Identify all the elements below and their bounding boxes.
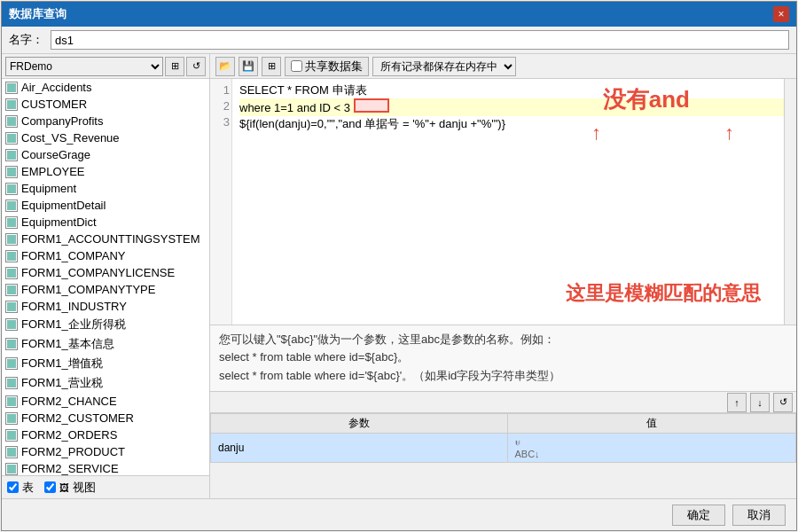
- table-item-name: FORM1_COMPANYTYPE: [21, 283, 155, 296]
- name-input[interactable]: [51, 30, 789, 50]
- table-item-icon: [5, 216, 18, 229]
- name-label: 名字：: [9, 32, 43, 48]
- confirm-button[interactable]: 确定: [672, 505, 725, 526]
- sql-scrollbar[interactable]: [784, 79, 796, 325]
- table-item-name: FORM2_ORDERS: [21, 428, 117, 442]
- left-panel: FRDemo ⊞ ↺ Air_AccidentsCUSTOMERCompanyP…: [2, 54, 210, 498]
- cancel-button[interactable]: 取消: [732, 505, 786, 526]
- refresh-button[interactable]: ⊞: [165, 57, 184, 76]
- right-panel: 📂 💾 ⊞ 共享数据集 所有记录都保存在内存中 1 2 3: [210, 54, 796, 498]
- table-list-item[interactable]: FORM1_ACCOUNTTINGSYSTEM: [2, 231, 209, 247]
- table-item-name: FORM2_CHANCE: [21, 395, 117, 408]
- move-down-button[interactable]: ↓: [750, 393, 770, 412]
- bottom-bar: 确定 取消: [2, 498, 796, 530]
- table-item-icon: [5, 395, 18, 408]
- table-list-item[interactable]: FORM2_CUSTOMER: [2, 410, 209, 426]
- table-item-icon: [5, 233, 18, 246]
- table-item-icon: [5, 429, 18, 442]
- table-item-icon: [5, 200, 18, 212]
- table-item-name: FORM2_PRODUCT: [21, 445, 125, 458]
- table-list-item[interactable]: FORM2_PRODUCT: [2, 443, 209, 460]
- table-item-icon: [5, 284, 18, 296]
- table-item-icon: [5, 267, 18, 279]
- table-item-icon: [5, 463, 18, 475]
- shared-dataset-button[interactable]: 共享数据集: [285, 57, 369, 76]
- view-icon: 🖼: [59, 482, 69, 493]
- table-list-item[interactable]: FORM2_ORDERS: [2, 426, 209, 443]
- table-checkbox-item[interactable]: 表: [7, 480, 34, 496]
- table-list-item[interactable]: Air_Accidents: [2, 79, 209, 96]
- table-list-item[interactable]: CourseGrage: [2, 146, 209, 163]
- database-select[interactable]: FRDemo: [5, 57, 163, 76]
- table-list-item[interactable]: FORM1_INDUSTRY: [2, 298, 209, 315]
- sql-line-2: where 1=1 and ID < 3: [239, 98, 789, 116]
- table-list-item[interactable]: FORM1_增值税: [2, 354, 209, 373]
- value-col-header: 值: [507, 414, 796, 434]
- sql-code[interactable]: SELECT * FROM 申请表 where 1=1 and ID < 3 $…: [232, 79, 796, 325]
- table-item-icon: [5, 183, 18, 195]
- open-file-button[interactable]: 📂: [215, 57, 235, 76]
- left-toolbar: FRDemo ⊞ ↺: [2, 54, 209, 79]
- title-bar: 数据库查询 ×: [2, 2, 796, 27]
- table-item-icon: [5, 98, 18, 111]
- close-button[interactable]: ×: [773, 6, 789, 22]
- table-list-item[interactable]: FORM1_营业税: [2, 373, 209, 393]
- table-list-item[interactable]: Equipment: [2, 180, 209, 197]
- name-bar: 名字：: [2, 27, 796, 53]
- move-up-button[interactable]: ↑: [727, 393, 747, 412]
- table-item-name: FORM1_COMPANYLICENSE: [21, 266, 175, 279]
- table-list-item[interactable]: FORM1_企业所得税: [2, 315, 209, 334]
- table-checkbox[interactable]: [7, 481, 19, 493]
- table-item-name: FORM1_企业所得税: [21, 317, 126, 332]
- table-item-icon: [5, 338, 18, 350]
- table-list: Air_AccidentsCUSTOMERCompanyProfitsCost_…: [2, 79, 209, 475]
- table-list-item[interactable]: FORM1_COMPANYLICENSE: [2, 264, 209, 281]
- table-item-name: Air_Accidents: [21, 81, 91, 94]
- grid-button[interactable]: ⊞: [262, 57, 281, 76]
- table-item-name: EMPLOYEE: [21, 165, 85, 178]
- sql-area[interactable]: 1 2 3 SELECT * FROM 申请表 where 1=1 and ID…: [210, 79, 796, 325]
- table-item-name: EquipmentDetail: [21, 199, 106, 212]
- refresh-params-button[interactable]: ↺: [773, 393, 793, 412]
- table-item-icon: [5, 250, 18, 262]
- hint-line2: select * from table where id=${abc}。: [219, 348, 787, 367]
- table-item-name: CUSTOMER: [21, 98, 87, 111]
- param-value-cell[interactable]: ᵾABC↓: [507, 434, 796, 463]
- table-item-name: FORM1_INDUSTRY: [21, 300, 127, 313]
- table-list-item[interactable]: Cost_VS_Revenue: [2, 129, 209, 146]
- param-row[interactable]: danju ᵾABC↓: [211, 434, 796, 463]
- params-toolbar: ↑ ↓ ↺: [210, 392, 796, 413]
- table-item-icon: [5, 115, 18, 128]
- shared-checkbox[interactable]: [291, 60, 302, 72]
- table-list-item[interactable]: FORM1_基本信息: [2, 334, 209, 354]
- table-item-icon: [5, 132, 18, 145]
- sql-editor: 1 2 3 SELECT * FROM 申请表 where 1=1 and ID…: [210, 79, 796, 325]
- table-item-icon: [5, 149, 18, 161]
- reload-button[interactable]: ↺: [186, 57, 206, 76]
- shared-label: 共享数据集: [305, 59, 363, 74]
- table-item-name: FORM1_增值税: [21, 356, 103, 372]
- table-item-name: Cost_VS_Revenue: [21, 131, 120, 145]
- table-list-item[interactable]: EquipmentDetail: [2, 197, 209, 214]
- empty-box: [354, 98, 389, 113]
- table-list-item[interactable]: FORM2_SERVICE: [2, 460, 209, 475]
- view-checkbox[interactable]: [44, 481, 56, 493]
- right-toolbar: 📂 💾 ⊞ 共享数据集 所有记录都保存在内存中: [210, 54, 796, 79]
- records-select[interactable]: 所有记录都保存在内存中: [372, 57, 516, 76]
- table-list-item[interactable]: EMPLOYEE: [2, 163, 209, 180]
- table-list-item[interactable]: FORM1_COMPANY: [2, 247, 209, 264]
- dialog-title: 数据库查询: [9, 6, 66, 22]
- table-list-item[interactable]: EquipmentDict: [2, 214, 209, 231]
- table-list-item[interactable]: FORM2_CHANCE: [2, 393, 209, 410]
- view-checkbox-item[interactable]: 🖼 视图: [44, 480, 96, 496]
- params-col-header: 参数: [211, 414, 508, 434]
- table-item-icon: [5, 301, 18, 313]
- table-list-item[interactable]: FORM1_COMPANYTYPE: [2, 281, 209, 298]
- hint-area: 您可以键入"${abc}"做为一个参数，这里abc是参数的名称。例如： sele…: [210, 325, 796, 392]
- params-area: ↑ ↓ ↺ 参数 值 danju: [210, 392, 796, 498]
- table-list-item[interactable]: CUSTOMER: [2, 96, 209, 113]
- table-list-item[interactable]: CompanyProfits: [2, 113, 209, 129]
- line-numbers: 1 2 3: [210, 79, 232, 325]
- save-file-button[interactable]: 💾: [239, 57, 258, 76]
- left-footer: 表 🖼 视图: [2, 475, 209, 498]
